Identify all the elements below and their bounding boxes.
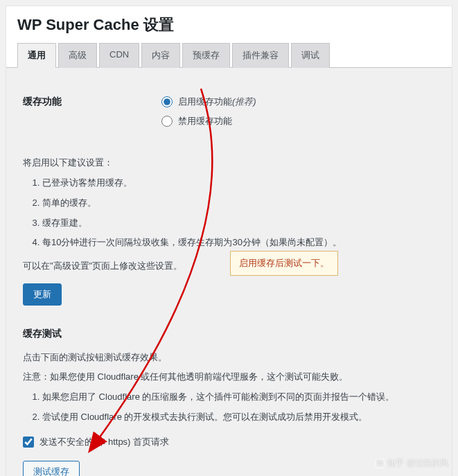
tab-general[interactable]: 通用 [17, 43, 56, 68]
cache-on-label: 启用缓存功能 [178, 96, 232, 108]
cache-on-radio[interactable] [161, 96, 173, 107]
cache-test-warn: 注意：如果您使用 Cloudflare 或任何其他透明前端代理服务，这个测试可能… [23, 371, 435, 383]
cache-off-radio[interactable] [161, 116, 173, 127]
tab-content-panel: 缓存功能 启用缓存功能 (推荐) 禁用缓存功能 [6, 68, 452, 476]
insecure-request-label: 发送不安全的(非 https) 首页请求 [39, 436, 169, 448]
watermark-text: 知乎 @过往的风 [387, 457, 448, 469]
insecure-request-checkbox[interactable] [23, 437, 34, 448]
cache-section-label: 缓存功能 [23, 96, 161, 108]
insecure-request-option[interactable]: 发送不安全的(非 https) 首页请求 [23, 436, 435, 448]
suggestion-item: 缓存重建。 [42, 216, 435, 231]
tab-debug[interactable]: 调试 [291, 43, 330, 68]
update-button[interactable]: 更新 [23, 283, 62, 306]
cache-test-desc: 点击下面的测试按钮测试缓存效果。 [23, 351, 435, 364]
cache-test-item: 如果您启用了 Cloudflare 的压缩服务，这个插件可能检测到不同的页面并报… [42, 390, 435, 405]
cache-test-item: 尝试使用 Cloudflare 的开发模式去执行测试。您可以在测试成功后禁用开发… [42, 410, 435, 425]
cache-on-recommend: (推荐) [232, 96, 256, 108]
tab-content[interactable]: 内容 [141, 43, 180, 68]
cache-on-option[interactable]: 启用缓存功能 (推荐) [161, 96, 435, 108]
cache-test-list: 如果您启用了 Cloudflare 的压缩服务，这个插件可能检测到不同的页面并报… [23, 390, 435, 425]
test-cache-button[interactable]: 测试缓存 [23, 461, 80, 476]
zhihu-icon: 知 [375, 459, 385, 468]
tab-plugins[interactable]: 插件兼容 [232, 43, 289, 68]
tab-cdn[interactable]: CDN [99, 43, 139, 68]
suggestions-intro: 将启用以下建议设置： [23, 157, 435, 169]
page-title: WP Super Cache 设置 [6, 6, 452, 42]
suggestion-item: 已登录访客禁用缓存。 [42, 176, 435, 191]
suggestions-note: 可以在"高级设置"页面上修改这些设置。 [23, 260, 435, 272]
tab-preload[interactable]: 预缓存 [182, 43, 230, 68]
suggestion-item: 每10分钟进行一次间隔垃圾收集，缓存生存期为30分钟（如果尚未配置）。 [42, 236, 435, 250]
cache-off-option[interactable]: 禁用缓存功能 [161, 115, 435, 127]
cache-test-heading: 缓存测试 [23, 328, 435, 340]
nav-tabs: 通用 高级 CDN 内容 预缓存 插件兼容 调试 [6, 42, 452, 68]
annotation-callout: 启用缓存后测试一下。 [230, 251, 338, 276]
cache-off-label: 禁用缓存功能 [178, 115, 232, 127]
suggestions-list: 已登录访客禁用缓存。 简单的缓存。 缓存重建。 每10分钟进行一次间隔垃圾收集，… [23, 176, 435, 250]
watermark: 知 知乎 @过往的风 [375, 457, 448, 469]
suggestion-item: 简单的缓存。 [42, 196, 435, 211]
tab-advanced[interactable]: 高级 [58, 43, 97, 68]
